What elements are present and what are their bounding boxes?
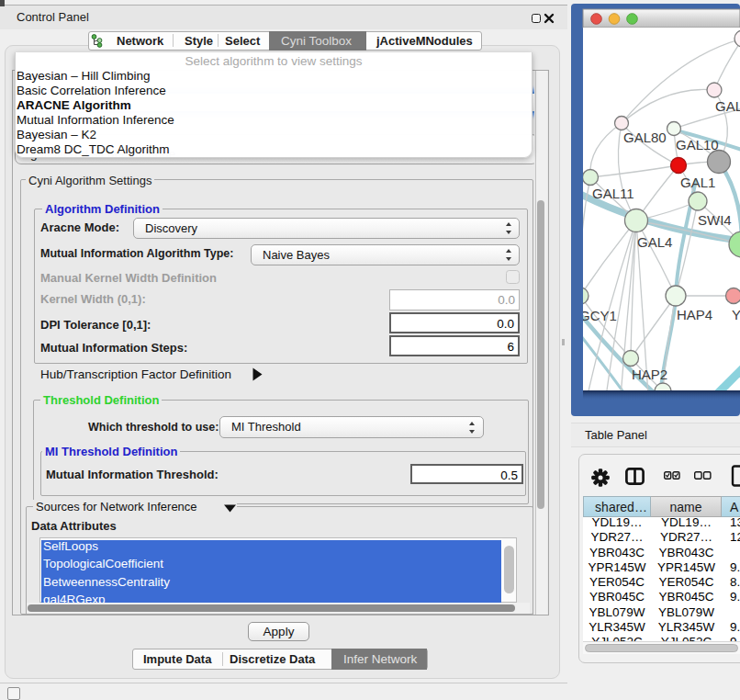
svg-text:GAL1: GAL1: [680, 175, 715, 190]
svg-text:GAL80: GAL80: [623, 130, 667, 145]
svg-text:HAP2: HAP2: [632, 367, 667, 382]
svg-text:GAL4: GAL4: [637, 234, 672, 250]
svg-text:HAP4: HAP4: [677, 307, 712, 322]
svg-text:GCY1: GCY1: [579, 308, 617, 323]
svg-text:YJ: YJ: [732, 307, 740, 322]
svg-text:GAL2: GAL2: [715, 98, 740, 114]
svg-text:GAL10: GAL10: [676, 137, 719, 152]
svg-text:GAL11: GAL11: [592, 186, 634, 201]
svg-text:SWI4: SWI4: [698, 212, 732, 228]
